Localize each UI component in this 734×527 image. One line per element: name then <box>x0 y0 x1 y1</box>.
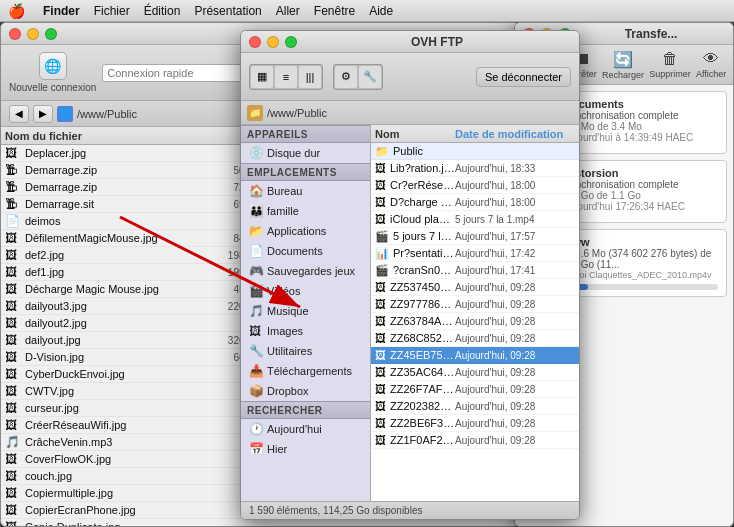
ftp-file-row[interactable]: 🖼 ZZ1F0AF267.jpg Aujourd'hui, 09:28 <box>371 432 579 449</box>
file-row[interactable]: 🖼 Copie Duplicate.jpg <box>1 519 519 526</box>
ftp-close-button[interactable] <box>249 36 261 48</box>
sidebar-item[interactable]: 🎮Sauvegardes jeux <box>241 261 370 281</box>
sidebar-item[interactable]: 📥Téléchargements <box>241 361 370 381</box>
sidebar-item[interactable]: 👪famille <box>241 201 370 221</box>
file-row-name: D-Vision.jpg <box>25 351 199 363</box>
show-icon: 👁 <box>703 50 719 68</box>
ftp-file-name: ZZ26F7AF88.jpg <box>390 383 455 395</box>
ftp-file-row[interactable]: 🎬 ?cranSn001.mov Aujourd'hui, 17:41 <box>371 262 579 279</box>
ftp-file-row[interactable]: 🖼 ZZ68C8528C.jpg Aujourd'hui, 09:28 <box>371 330 579 347</box>
view-icons-btn[interactable]: ▦ <box>251 66 273 88</box>
file-row-name: Deplacer.jpg <box>25 147 199 159</box>
zoom-button[interactable] <box>45 28 57 40</box>
ftp-file-date: Aujourd'hui, 17:42 <box>455 248 575 259</box>
ftp-toolbar: ▦ ≡ ||| ⚙ 🔧 Se déconnecter <box>241 53 579 101</box>
ftp-file-name: D?charge Magic Mouse.jpg <box>390 196 455 208</box>
transfer-item-info: www 374.6 Mo (374 602 276 bytes) de 1.2 … <box>564 236 718 280</box>
ftp-file-date: Aujourd'hui, 09:28 <box>455 299 575 310</box>
sidebar-item-icon: 🏠 <box>249 184 263 198</box>
ftp-file-date: Aujourd'hui, 09:28 <box>455 401 575 412</box>
file-row-icon: 🖼 <box>5 248 21 262</box>
file-row-icon: 🖼 <box>5 282 21 296</box>
ftp-file-row[interactable]: 🖼 Lib?ration.jpg Aujourd'hui, 18:33 <box>371 160 579 177</box>
file-row-icon: 🖼 <box>5 418 21 432</box>
ftp-file-row[interactable]: 🖼 ZZ35AC6413.jpg Aujourd'hui, 09:28 <box>371 364 579 381</box>
view-list-btn2[interactable]: ≡ <box>275 66 297 88</box>
apple-menu[interactable]: 🍎 <box>8 3 25 19</box>
ftp-titlebar: OVH FTP <box>241 31 579 53</box>
menu-fichier[interactable]: Fichier <box>94 4 130 18</box>
ftp-file-row[interactable]: 🖼 iCloud plan7.jpg 5 jours 7 la 1.mp4 <box>371 211 579 228</box>
back-button[interactable]: ◀ <box>9 105 29 123</box>
ftp-minimize-button[interactable] <box>267 36 279 48</box>
ftp-file-name: ZZ53745068.jpg <box>390 281 455 293</box>
sidebar-item[interactable]: 📅Hier <box>241 439 370 459</box>
sidebar-item-icon: 🔧 <box>249 344 263 358</box>
ftp-file-row[interactable]: 🖼 ZZ202382SE.jpg Aujourd'hui, 09:28 <box>371 398 579 415</box>
ftp-file-date: Aujourd'hui, 17:41 <box>455 265 575 276</box>
ftp-file-row[interactable]: 🖼 ZZ63784AFA.jpg Aujourd'hui, 09:28 <box>371 313 579 330</box>
ftp-file-name: ZZ1F0AF267.jpg <box>390 434 455 446</box>
ftp-file-row[interactable]: 📊 Pr?sentation1.ppt Aujourd'hui, 17:42 <box>371 245 579 262</box>
ftp-file-row[interactable]: 🖼 Cr?erRéseauWifi.jpg Aujourd'hui, 18:00 <box>371 177 579 194</box>
sidebar-item[interactable]: 🏠Bureau <box>241 181 370 201</box>
ftp-file-row[interactable]: 🖼 ZZ45EB7569.jpg Aujourd'hui, 09:28 <box>371 347 579 364</box>
ftp-file-name: ZZ45EB7569.jpg <box>390 349 455 361</box>
file-row-icon: 🖼 <box>5 452 21 466</box>
menu-finder[interactable]: Finder <box>43 4 80 18</box>
ftp-file-row[interactable]: 🖼 ZZ53745068.jpg Aujourd'hui, 09:28 <box>371 279 579 296</box>
file-row-icon: 🖼 <box>5 316 21 330</box>
sort-btn[interactable]: ⚙ <box>335 66 357 88</box>
ftp-folder-row[interactable]: 📁 Public <box>371 143 579 160</box>
ftp-file-row[interactable]: 🖼 ZZ2BE6F3FA.jpg Aujourd'hui, 09:28 <box>371 415 579 432</box>
sidebar-item[interactable]: 💿Disque dur <box>241 143 370 163</box>
sidebar-item[interactable]: 🖼Images <box>241 321 370 341</box>
ftp-file-row[interactable]: 🖼 D?charge Magic Mouse.jpg Aujourd'hui, … <box>371 194 579 211</box>
sidebar-item[interactable]: 📄Documents <box>241 241 370 261</box>
ftp-file-date: Aujourd'hui, 09:28 <box>455 367 575 378</box>
ftp-file-date: Aujourd'hui, 09:28 <box>455 333 575 344</box>
sidebar-item-label: famille <box>267 205 299 217</box>
sidebar-item[interactable]: 🎵Musique <box>241 301 370 321</box>
file-row-icon: 🗜 <box>5 163 21 177</box>
forward-button[interactable]: ▶ <box>33 105 53 123</box>
file-row-icon: 🖼 <box>5 384 21 398</box>
menu-aller[interactable]: Aller <box>276 4 300 18</box>
sidebar-item[interactable]: 📦Dropbox <box>241 381 370 401</box>
new-connection-button[interactable]: 🌐 Nouvelle connexion <box>9 52 96 93</box>
sidebar-item[interactable]: 🎬Vidéos <box>241 281 370 301</box>
sidebar-item[interactable]: 🔧Utilitaires <box>241 341 370 361</box>
menu-presentation[interactable]: Présentation <box>194 4 261 18</box>
ftp-file-icon: 🖼 <box>375 298 386 310</box>
show-button[interactable]: 👁 Afficher <box>696 50 726 79</box>
ftp-file-name: iCloud plan7.jpg <box>390 213 455 225</box>
menu-edition[interactable]: Édition <box>144 4 181 18</box>
file-row-name: dailyout2.jpg <box>25 317 199 329</box>
delete-button[interactable]: 🗑 Supprimer <box>649 50 691 79</box>
sidebar-item[interactable]: 📂Applications <box>241 221 370 241</box>
new-connection-icon: 🌐 <box>39 52 67 80</box>
disconnect-button[interactable]: Se déconnecter <box>476 67 571 87</box>
menu-aide[interactable]: Aide <box>369 4 393 18</box>
ftp-file-date: Aujourd'hui, 09:28 <box>455 350 575 361</box>
ftp-file-icon: 🎬 <box>375 264 389 277</box>
ftp-window: OVH FTP ▦ ≡ ||| ⚙ 🔧 Se déconnecter 📁 /ww <box>240 30 580 520</box>
ftp-file-row[interactable]: 🖼 ZZ9777868.jpg Aujourd'hui, 09:28 <box>371 296 579 313</box>
ftp-file-date: Aujourd'hui, 09:28 <box>455 282 575 293</box>
reload-button[interactable]: 🔄 Recharger <box>602 50 644 80</box>
menu-fenetre[interactable]: Fenêtre <box>314 4 355 18</box>
action-btn2[interactable]: 🔧 <box>359 66 381 88</box>
minimize-button[interactable] <box>27 28 39 40</box>
ftp-file-date: Aujourd'hui, 17:57 <box>455 231 575 242</box>
sidebar-item-icon: 🎬 <box>249 284 263 298</box>
ftp-file-name: 5 jours 7 la 1.mp4 <box>393 230 455 242</box>
close-button[interactable] <box>9 28 21 40</box>
ftp-zoom-button[interactable] <box>285 36 297 48</box>
ftp-file-icon: 🖼 <box>375 196 386 208</box>
sidebar-item-icon: 👪 <box>249 204 263 218</box>
ftp-file-icon: 🖼 <box>375 417 386 429</box>
sidebar-item[interactable]: 🕐Aujourd'hui <box>241 419 370 439</box>
ftp-file-row[interactable]: 🖼 ZZ26F7AF88.jpg Aujourd'hui, 09:28 <box>371 381 579 398</box>
view-cols-btn2[interactable]: ||| <box>299 66 321 88</box>
ftp-file-row[interactable]: 🎬 5 jours 7 la 1.mp4 Aujourd'hui, 17:57 <box>371 228 579 245</box>
